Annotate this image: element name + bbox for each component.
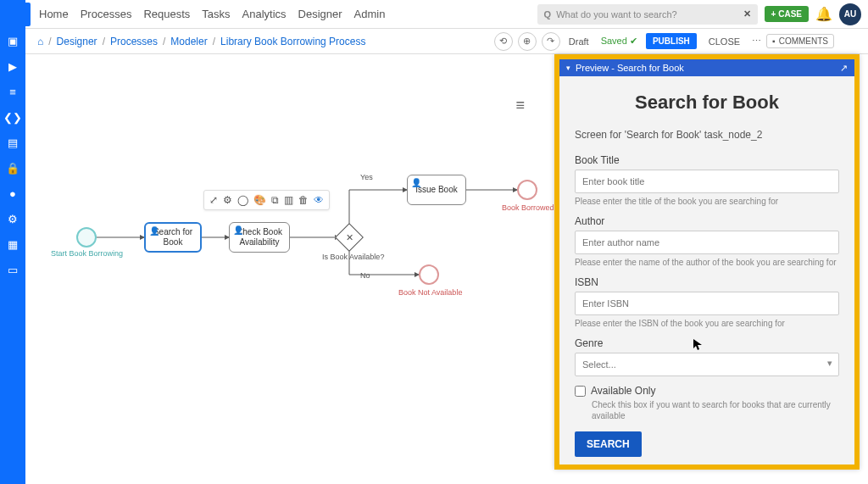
no-label: No [360,271,370,280]
tool-trash-icon[interactable]: 🗑 [298,194,309,206]
book-title-label: Book Title [575,154,839,166]
collapse-icon[interactable]: ▾ [566,64,570,72]
top-right: Q What do you want to search? ✕ + CASE 🔔… [537,3,861,25]
redo-button[interactable]: ↷ [542,32,560,51]
lock-icon[interactable]: 🔒 [6,161,19,175]
top-nav: P Home Processes Requests Tasks Analytic… [0,0,868,29]
preview-header: ▾ Preview - Search for Book ↗ [559,59,854,76]
task-check-availability[interactable]: 👤 Check Book Availability [229,222,290,253]
doc-icon[interactable]: ▤ [6,136,19,149]
user-task-icon: 👤 [233,225,243,236]
bell-icon[interactable]: 🔔 [815,6,832,22]
author-hint: Please enter the name of the author of t… [575,257,839,268]
nav-requests[interactable]: Requests [143,8,190,20]
node-toolbar: ⤢ ⚙ ◯ 🎨 ⧉ ▥ 🗑 👁 [203,190,330,210]
global-search[interactable]: Q What do you want to search? ✕ [537,4,758,25]
clear-icon[interactable]: ✕ [743,8,751,19]
genre-label: Genre [575,337,839,349]
form-title: Search for Book [575,92,839,114]
end-borrowed-label: Book Borrowed [502,203,554,212]
available-only-label: Available Only [591,385,656,397]
available-only-checkbox[interactable] [575,386,586,397]
tool-paste-icon[interactable]: ▥ [284,194,293,206]
task-search-for-book[interactable]: 👤 Search for Book [144,222,202,253]
author-label: Author [575,215,839,227]
search-icon: Q [544,9,552,19]
search-placeholder: What do you want to search? [556,9,676,19]
genre-select[interactable]: Select... [575,353,839,376]
tool-eye-icon[interactable]: 👁 [314,194,324,206]
close-button[interactable]: CLOSE [702,33,747,50]
nav-links: Home Processes Requests Tasks Analytics … [39,8,385,20]
isbn-hint: Please enter the ISBN of the book you ar… [575,318,839,329]
tool-wrench-icon[interactable]: ⤢ [209,194,218,206]
end-notavail-label: Book Not Available [398,288,462,297]
bc-actions: ⟲ ⊕ ↷ Draft Saved ✔ PUBLISH CLOSE ⋯ ▪ CO… [494,32,834,51]
start-event[interactable] [76,227,97,248]
available-only-hint: Check this box if you want to search for… [592,399,839,421]
bc-processes[interactable]: Processes [110,36,158,47]
nav-tasks[interactable]: Tasks [202,8,230,20]
folder-icon[interactable]: ▣ [6,34,19,47]
left-rail: ▣ ▶ ≡ ❮❯ ▤ 🔒 ● ⚙ ▦ ▭ [0,0,25,484]
book-title-hint: Please enter the title of the book you a… [575,196,839,207]
nav-processes[interactable]: Processes [81,8,132,20]
user-task-icon: 👤 [149,226,159,236]
tool-copy-icon[interactable]: ⧉ [271,194,279,206]
more-button[interactable]: ⋯ [752,36,761,47]
bc-modeler[interactable]: Modeler [170,36,207,47]
gear-icon[interactable]: ⚙ [6,212,19,225]
yes-label: Yes [360,173,373,181]
nav-home[interactable]: Home [39,8,69,20]
end-event-notavail[interactable] [419,264,439,285]
bc-process-name: Library Book Borrowing Process [220,36,365,47]
screen-icon[interactable]: ▭ [6,263,19,276]
end-event-borrowed[interactable] [517,180,537,200]
status-draft: Draft [565,36,593,47]
nav-admin[interactable]: Admin [354,8,386,20]
comments-button[interactable]: ▪ COMMENTS [766,34,834,48]
new-case-button[interactable]: + CASE [765,6,809,22]
author-input[interactable] [575,231,839,254]
tool-circle-icon[interactable]: ◯ [237,194,248,206]
external-icon[interactable]: ↗ [840,63,848,74]
form-subtitle: Screen for 'Search for Book' task_node_2 [575,129,839,141]
preview-body: Search for Book Screen for 'Search for B… [559,76,854,465]
nav-designer[interactable]: Designer [298,8,342,20]
preview-title: Preview - Search for Book [576,63,684,73]
tool-gear-icon[interactable]: ⚙ [223,194,232,206]
nav-analytics[interactable]: Analytics [242,8,287,20]
tag-icon[interactable]: ● [6,186,19,200]
task-issue-book[interactable]: 👤 Issue Book [407,175,466,205]
search-button[interactable]: SEARCH [575,431,642,457]
gateway-label: Is Book Available? [322,253,384,261]
zoom-button[interactable]: ⊕ [518,32,537,51]
start-label: Start Book Borrowing [51,249,123,258]
menu-icon[interactable]: ≡ [515,97,525,114]
home-icon[interactable]: ⌂ [37,36,43,47]
book-title-input[interactable] [575,170,839,193]
play-icon[interactable]: ▶ [6,59,19,73]
user-avatar[interactable]: AU [839,3,861,25]
isbn-label: ISBN [575,276,839,288]
preview-panel: ▾ Preview - Search for Book ↗ Search for… [554,54,860,470]
bc-designer[interactable]: Designer [57,36,97,47]
table-icon[interactable]: ▦ [6,237,19,251]
gateway-book-available[interactable] [335,223,364,252]
undo-button[interactable]: ⟲ [494,32,513,51]
publish-button[interactable]: PUBLISH [646,33,697,49]
status-saved: Saved ✔ [598,36,641,47]
user-task-icon: 👤 [411,178,421,188]
breadcrumb-bar: ⌂ / Designer / Processes / Modeler / Lib… [0,29,868,54]
bar-icon[interactable]: ≡ [6,85,19,98]
tool-palette-icon[interactable]: 🎨 [253,194,266,206]
code-icon[interactable]: ❮❯ [6,110,19,124]
isbn-input[interactable] [575,292,839,315]
